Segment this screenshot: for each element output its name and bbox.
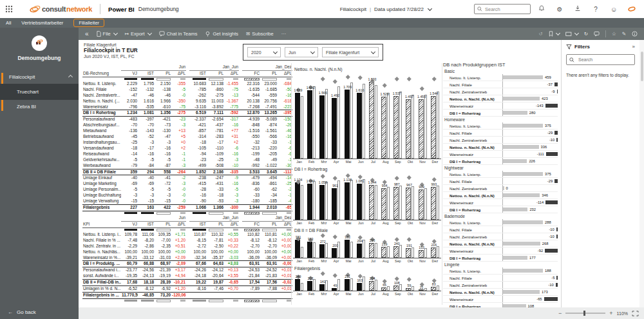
product-row[interactable]: Nettou. lt. Listenp.375 xyxy=(443,171,558,178)
zoom-in-button[interactable]: + xyxy=(609,310,612,316)
forecast-bar[interactable] xyxy=(431,287,436,291)
notifications-bell-icon[interactable] xyxy=(535,5,549,13)
product-row[interactable]: Nachl. Zentralvertrieb0 xyxy=(443,185,558,192)
tab-vertriebsmitarbeiter[interactable]: Vertriebsmitarbeiter xyxy=(21,20,63,26)
actual-bar[interactable] xyxy=(357,93,362,159)
product-row[interactable]: DB I = Rohertrag226 xyxy=(443,158,558,165)
forecast-bar[interactable] xyxy=(419,99,424,159)
zoom-out-button[interactable]: − xyxy=(558,310,562,316)
view-button[interactable] xyxy=(565,32,578,37)
actual-bar[interactable] xyxy=(345,279,350,291)
actual-bar[interactable] xyxy=(332,248,337,258)
actual-bar[interactable] xyxy=(332,288,337,291)
product-row[interactable]: Nachl. Zentralvertrieb-10 xyxy=(443,282,558,289)
product-row[interactable]: Nettou. n. Nachl. (N.n.N)423 xyxy=(443,95,558,102)
actual-bar[interactable] xyxy=(357,184,362,220)
actual-bar[interactable] xyxy=(307,184,312,220)
sidebar-item-zebra-bi[interactable]: Zebra BI xyxy=(0,100,79,113)
actual-bar[interactable] xyxy=(319,244,325,258)
actual-bar[interactable] xyxy=(345,240,350,258)
chart-plot[interactable]: 371333272200363294296219240191153216 xyxy=(293,235,441,258)
product-row[interactable]: Nettou. n. Nachl. (N.n.N)336 xyxy=(443,144,558,151)
forecast-bar[interactable] xyxy=(393,96,399,159)
product-groups-panel[interactable]: DB nach Produktgruppen IST BasicNettou. … xyxy=(443,62,558,307)
product-row[interactable]: Nachl. Filiale-29 xyxy=(443,130,558,137)
chart-plot[interactable]: 1.6191.6921.5661.4921.7091.6161.8931.529… xyxy=(293,73,441,159)
forecast-bar[interactable] xyxy=(369,243,374,258)
bookmarks-button[interactable] xyxy=(549,31,560,37)
product-row[interactable]: Nachl. Zentralvertrieb-9 xyxy=(443,88,558,95)
product-row[interactable]: DB I = Rohertrag108 xyxy=(443,303,558,307)
zoom-slider[interactable] xyxy=(565,313,605,314)
forecast-bar[interactable] xyxy=(369,281,374,291)
forecast-bar[interactable] xyxy=(393,285,399,291)
product-row[interactable]: Nachl. Filiale-37 xyxy=(443,81,558,88)
product-row[interactable]: Nettou. lt. Listenp.288 xyxy=(443,219,558,226)
actual-bar[interactable] xyxy=(307,90,312,159)
settings-gear-icon[interactable]: ⚙ xyxy=(553,6,567,13)
month-slicer[interactable]: Jun xyxy=(285,47,318,57)
actual-bar[interactable] xyxy=(295,93,300,159)
product-row[interactable]: Nettou. lt. Listenp.188 xyxy=(443,267,558,275)
actual-bar[interactable] xyxy=(332,98,337,159)
product-row[interactable]: Wareneinsatz-114 xyxy=(443,199,558,206)
forecast-bar[interactable] xyxy=(431,96,436,159)
product-row[interactable]: Nachl. Zentralvertrieb-10 xyxy=(443,137,558,144)
db-rechnung-table[interactable]: JunJan_JunJan_DezDB-RechnungVJISTPLΔPLIS… xyxy=(82,64,292,215)
product-row[interactable]: Nachl. Filiale-10 xyxy=(443,226,558,233)
chart-plot[interactable]: 1.1341.0971.0599611.1381.0811.0449549879… xyxy=(293,173,441,220)
download-icon[interactable] xyxy=(571,5,585,13)
product-row[interactable]: Nettou. n. Nachl. (N.n.N)173 xyxy=(443,289,558,296)
help-icon[interactable]: ? xyxy=(589,6,603,13)
product-row[interactable]: Wareneinsatz-92 xyxy=(443,247,558,255)
forecast-bar[interactable] xyxy=(393,187,399,220)
actual-bar[interactable] xyxy=(295,240,300,258)
product-row[interactable]: DB I = Rohertrag280 xyxy=(443,110,558,117)
tab-all[interactable]: All xyxy=(6,20,11,26)
go-back-button[interactable]: ← Go back xyxy=(8,309,36,315)
year-slicer[interactable]: 2020 xyxy=(247,47,281,57)
product-row[interactable]: Wareneinsatz-65 xyxy=(443,296,558,303)
actual-bar[interactable] xyxy=(345,182,350,220)
actual-bar[interactable] xyxy=(345,90,350,159)
collapse-filters-icon[interactable]: » xyxy=(632,44,635,50)
forecast-bar[interactable] xyxy=(369,82,374,159)
actual-bar[interactable] xyxy=(357,283,362,291)
actual-bar[interactable] xyxy=(332,188,337,220)
scrollbar-thumb[interactable] xyxy=(641,52,643,81)
forecast-bar[interactable] xyxy=(369,185,374,220)
product-row[interactable]: DB I = Rohertrag232 xyxy=(443,206,558,213)
chat-in-teams-button[interactable]: Chat in Teams xyxy=(159,31,198,37)
actual-bar[interactable] xyxy=(319,95,325,159)
zoom-slider-thumb[interactable] xyxy=(583,311,585,316)
product-row[interactable]: Wareneinsatz-143 xyxy=(443,102,558,110)
filter-search[interactable] xyxy=(566,54,635,65)
forecast-bar[interactable] xyxy=(406,288,411,291)
forecast-bar[interactable] xyxy=(406,99,411,159)
product-row[interactable]: Nettou. lt. Listenp.459 xyxy=(443,74,558,81)
comments-button[interactable] xyxy=(594,31,600,37)
report-name[interactable]: Filialcockpit xyxy=(340,6,366,12)
actual-bar[interactable] xyxy=(295,279,300,291)
kpi-table[interactable]: JunJan_JunJan_DezKPIVJISTPLΔPLISTPLΔPLFC… xyxy=(82,215,292,303)
actual-bar[interactable] xyxy=(307,242,312,258)
chevron-down-icon[interactable] xyxy=(428,6,432,10)
forecast-bar[interactable] xyxy=(381,247,386,258)
data-updated-label[interactable]: Data updated 7/28/22 xyxy=(374,6,424,12)
filter-search-input[interactable] xyxy=(577,57,631,63)
product-row[interactable]: Nettou. n. Nachl. (N.n.N)268 xyxy=(443,240,558,247)
product-row[interactable]: Nettou. n. Nachl. (N.n.N)346 xyxy=(443,192,558,199)
vertical-scrollbar[interactable] xyxy=(639,40,644,307)
product-row[interactable]: Nachl. Zentralvertrieb-10 xyxy=(443,233,558,240)
reset-undo-icon[interactable]: ↺ xyxy=(538,31,542,37)
feedback-smiley-icon[interactable]: ☺ xyxy=(607,6,621,13)
tab-filialleiter[interactable]: Filialleiter xyxy=(73,19,104,27)
product-row[interactable]: Nettou. lt. Listenp.375 xyxy=(443,122,558,130)
sidebar-item-truechart[interactable]: Truechart xyxy=(0,84,79,100)
branch-slicer[interactable]: Filiale Klagenfurt xyxy=(322,47,379,57)
chart-filialergebnis[interactable]: Filialergebnis24020214149251163204651085… xyxy=(293,266,441,296)
forecast-bar[interactable] xyxy=(431,187,436,220)
actual-bar[interactable] xyxy=(307,281,312,291)
refresh-icon[interactable]: ↻ xyxy=(584,31,588,37)
sidebar-item-filialcockpit[interactable]: Filialcockpit xyxy=(0,70,79,84)
